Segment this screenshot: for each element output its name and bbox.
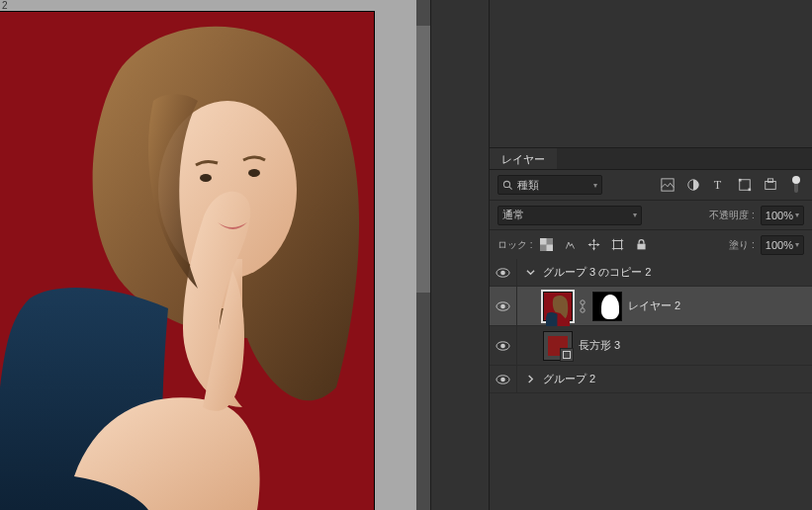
layer-name[interactable]: グループ 2 — [543, 372, 806, 386]
svg-rect-11 — [749, 189, 752, 192]
visibility-toggle[interactable] — [490, 259, 517, 286]
filter-adjust-icon[interactable] — [685, 177, 701, 193]
layer-shape-row[interactable]: 長方形 3 — [490, 326, 812, 366]
group-disclosure-open[interactable] — [523, 268, 537, 277]
layers-tree: グループ 3 のコピー 2 レイヤー 2 — [490, 259, 812, 510]
fill-label[interactable]: 塗り : — [729, 238, 755, 252]
layer-mask-thumbnail[interactable] — [592, 292, 622, 321]
blend-mode-label: 通常 — [502, 208, 524, 222]
opacity-label[interactable]: 不透明度 : — [709, 209, 755, 222]
visibility-toggle[interactable] — [490, 366, 517, 392]
filter-shape-icon[interactable] — [737, 177, 753, 193]
svg-rect-17 — [540, 238, 547, 245]
shape-thumbnail[interactable] — [543, 331, 573, 361]
artboard[interactable] — [0, 12, 374, 510]
layer-name[interactable]: レイヤー 2 — [628, 298, 806, 313]
search-icon — [502, 180, 513, 191]
filter-smart-icon[interactable] — [763, 177, 778, 193]
svg-rect-10 — [739, 179, 742, 182]
layer-group-row[interactable]: グループ 3 のコピー 2 — [490, 259, 812, 287]
layer-image-row[interactable]: レイヤー 2 — [490, 287, 812, 326]
lock-row: ロック : 塗り : 100% ▾ — [490, 229, 812, 259]
filter-kind-label: 種類 — [517, 178, 539, 193]
layer-mask-link-icon[interactable] — [579, 299, 586, 313]
svg-text:T: T — [714, 178, 722, 192]
lock-all-icon[interactable] — [634, 237, 650, 253]
svg-rect-18 — [547, 245, 554, 252]
panel-dock-gap — [430, 0, 489, 510]
visibility-toggle[interactable] — [490, 287, 517, 325]
visibility-toggle[interactable] — [490, 326, 517, 365]
chevron-down-icon: ▾ — [593, 181, 597, 190]
chevron-down-icon: ▾ — [795, 240, 799, 249]
svg-rect-24 — [638, 244, 646, 250]
upper-panel — [490, 0, 812, 148]
svg-point-26 — [500, 270, 505, 275]
svg-point-32 — [581, 307, 585, 311]
shape-badge-icon — [560, 348, 574, 362]
opacity-value[interactable]: 100% ▾ — [761, 206, 804, 225]
fill-value[interactable]: 100% ▾ — [761, 235, 804, 255]
svg-point-31 — [581, 299, 585, 303]
svg-point-28 — [500, 303, 505, 308]
svg-rect-19 — [614, 240, 622, 248]
panels-area: レイヤー 種類 ▾ T — [489, 0, 812, 510]
lock-transparency-icon[interactable] — [539, 237, 555, 253]
chevron-down-icon: ▾ — [633, 211, 637, 219]
group-disclosure-closed[interactable] — [523, 375, 537, 383]
subject-image — [0, 12, 374, 510]
canvas-area[interactable]: 2 — [0, 0, 430, 510]
lock-artboard-icon[interactable] — [610, 237, 626, 253]
filter-pixel-icon[interactable] — [660, 177, 676, 193]
svg-point-15 — [792, 176, 800, 184]
svg-point-3 — [248, 169, 260, 177]
filter-type-icon[interactable]: T — [711, 177, 727, 193]
lock-position-icon[interactable] — [586, 237, 602, 253]
layer-name[interactable]: 長方形 3 — [579, 338, 806, 353]
filter-kind-select[interactable]: 種類 ▾ — [497, 175, 602, 195]
layer-name[interactable]: グループ 3 のコピー 2 — [543, 265, 806, 280]
svg-point-35 — [500, 343, 505, 348]
svg-point-4 — [503, 181, 509, 187]
chevron-down-icon: ▾ — [795, 211, 799, 219]
filter-toggle-switch[interactable] — [788, 177, 804, 193]
canvas-vertical-scrollbar[interactable] — [416, 0, 430, 510]
layers-panel-tabs: レイヤー — [490, 148, 812, 170]
svg-point-2 — [200, 174, 212, 182]
blend-mode-select[interactable]: 通常 ▾ — [497, 206, 642, 225]
layer-thumbnail[interactable] — [543, 292, 573, 321]
lock-label: ロック : — [497, 238, 533, 252]
svg-line-5 — [509, 186, 512, 189]
layer-filter-row: 種類 ▾ T — [490, 170, 812, 200]
blend-row: 通常 ▾ 不透明度 : 100% ▾ — [490, 200, 812, 229]
lock-image-icon[interactable] — [563, 237, 579, 253]
svg-point-37 — [500, 377, 505, 382]
tab-layers[interactable]: レイヤー — [490, 148, 557, 169]
layer-group-row[interactable]: グループ 2 — [490, 366, 812, 393]
thumbnail-content — [546, 295, 570, 326]
